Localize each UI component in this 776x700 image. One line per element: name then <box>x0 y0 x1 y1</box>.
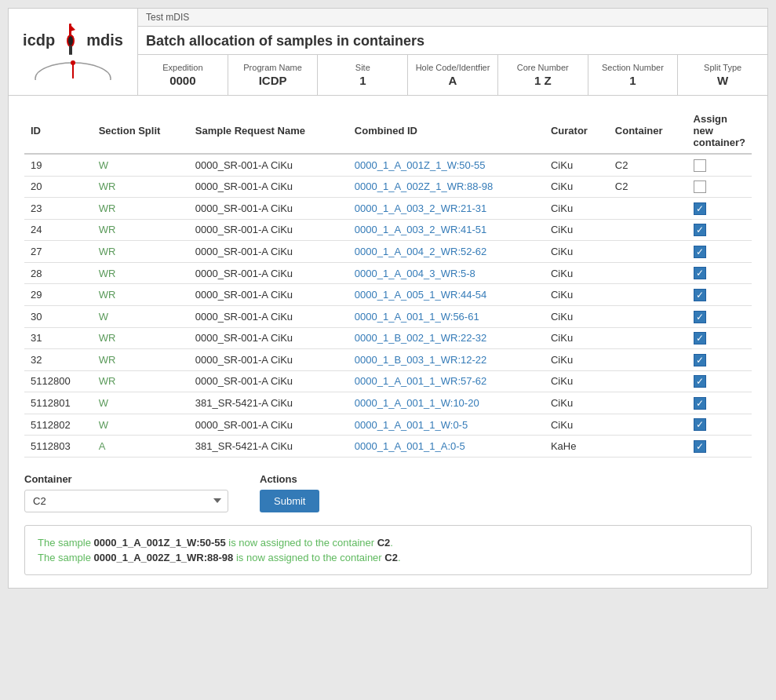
checkbox-checked[interactable]: ✓ <box>694 397 706 410</box>
container-group: Container C2 <box>24 473 228 512</box>
table-header-row: ID Section Split Sample Request Name Com… <box>24 108 752 154</box>
section-cell: Section Number 1 <box>588 55 679 95</box>
cell-combined: 0000_1_B_002_1_WR:22-32 <box>348 327 545 349</box>
program-label: Program Name <box>243 63 302 72</box>
result1-suffix: . <box>390 537 393 549</box>
col-request: Sample Request Name <box>189 108 348 154</box>
cell-curator: CiKu <box>545 154 609 176</box>
core-label: Core Number <box>517 63 569 72</box>
container-select-wrapper: C2 <box>24 490 228 512</box>
cell-combined: 0000_1_A_001_1_W:0-5 <box>348 414 545 436</box>
cell-request: 0000_SR-001-A CiKu <box>189 284 348 306</box>
cell-container <box>609 219 687 241</box>
result2-prefix: The sample <box>38 552 94 563</box>
submit-button[interactable]: Submit <box>260 490 319 512</box>
site-value: 1 <box>359 74 366 87</box>
cell-request: 381_SR-5421-A CiKu <box>189 392 348 414</box>
cell-curator: KaHe <box>545 436 609 458</box>
result2-suffix: . <box>398 552 401 563</box>
cell-assign: ✓ <box>687 305 752 327</box>
cell-combined: 0000_1_A_001Z_1_W:50-55 <box>348 154 545 176</box>
cell-assign: ✓ <box>687 241 752 263</box>
cell-split: W <box>93 414 189 436</box>
cell-split: W <box>93 305 189 327</box>
cell-split: WR <box>93 262 189 284</box>
checkbox-checked[interactable]: ✓ <box>694 267 706 279</box>
cell-combined: 0000_1_A_004_3_WR:5-8 <box>348 262 545 284</box>
checkbox-checked[interactable]: ✓ <box>694 311 706 323</box>
main-panel: icdp mdis <box>8 8 768 589</box>
cell-split: WR <box>93 370 189 392</box>
cell-combined: 0000_1_A_004_2_WR:52-62 <box>348 241 545 263</box>
cell-assign: ✓ <box>687 370 752 392</box>
cell-combined: 0000_1_A_003_2_WR:41-51 <box>348 219 545 241</box>
container-select[interactable]: C2 <box>24 490 228 512</box>
cell-container: C2 <box>609 154 687 176</box>
checkbox-checked[interactable]: ✓ <box>694 418 706 431</box>
expedition-value: 0000 <box>169 74 195 87</box>
checkbox-checked[interactable]: ✓ <box>694 289 706 301</box>
cell-split: WR <box>93 284 189 306</box>
cell-id: 31 <box>24 327 93 349</box>
cell-combined: 0000_1_A_001_1_A:0-5 <box>348 436 545 458</box>
page-title: Batch allocation of samples in container… <box>138 27 767 55</box>
cell-id: 27 <box>24 241 93 263</box>
table-row: 5112800 WR 0000_SR-001-A CiKu 0000_1_A_0… <box>24 370 752 392</box>
table-row: 29 WR 0000_SR-001-A CiKu 0000_1_A_005_1_… <box>24 284 752 306</box>
cell-assign: ✓ <box>687 284 752 306</box>
checkbox-checked[interactable]: ✓ <box>694 375 706 388</box>
table-row: 5112801 W 381_SR-5421-A CiKu 0000_1_A_00… <box>24 392 752 414</box>
table-row: 27 WR 0000_SR-001-A CiKu 0000_1_A_004_2_… <box>24 241 752 263</box>
site-label: Site <box>355 63 370 72</box>
result1-middle: is now assigned to the container <box>226 537 377 549</box>
checkbox-checked[interactable]: ✓ <box>694 202 706 215</box>
cell-curator: CiKu <box>545 414 609 436</box>
cell-assign: ✓ <box>687 392 752 414</box>
cell-split: WR <box>93 349 189 371</box>
result2-id: 0000_1_A_002Z_1_WR:88-98 <box>94 552 234 563</box>
col-split: Section Split <box>93 108 189 154</box>
cell-container <box>609 262 687 284</box>
cell-request: 0000_SR-001-A CiKu <box>189 414 348 436</box>
expedition-label: Expedition <box>162 63 202 72</box>
split-label: Split Type <box>704 63 741 72</box>
checkbox-checked[interactable]: ✓ <box>694 332 706 345</box>
checkbox-unchecked[interactable] <box>694 159 706 172</box>
core-value: 1 Z <box>534 74 552 87</box>
checkbox-checked[interactable]: ✓ <box>694 440 706 453</box>
checkbox-checked[interactable]: ✓ <box>694 224 706 236</box>
svg-point-8 <box>71 60 75 65</box>
cell-request: 381_SR-5421-A CiKu <box>189 436 348 458</box>
cell-curator: CiKu <box>545 305 609 327</box>
section-label: Section Number <box>602 63 664 72</box>
cell-split: WR <box>93 241 189 263</box>
cell-container <box>609 392 687 414</box>
cell-split: W <box>93 392 189 414</box>
samples-table: ID Section Split Sample Request Name Com… <box>24 108 752 458</box>
checkbox-unchecked[interactable] <box>694 180 706 193</box>
checkbox-checked[interactable]: ✓ <box>694 354 706 366</box>
meta-row: Expedition 0000 Program Name ICDP Site 1… <box>138 55 767 95</box>
result-line-2: The sample 0000_1_A_002Z_1_WR:88-98 is n… <box>38 552 738 563</box>
table-row: 31 WR 0000_SR-001-A CiKu 0000_1_B_002_1_… <box>24 327 752 349</box>
cell-curator: CiKu <box>545 284 609 306</box>
cell-request: 0000_SR-001-A CiKu <box>189 219 348 241</box>
result1-container: C2 <box>377 537 391 549</box>
cell-curator: CiKu <box>545 176 609 198</box>
cell-container <box>609 284 687 306</box>
actions-label: Actions <box>260 473 319 485</box>
result2-container: C2 <box>384 552 398 563</box>
hole-cell: Hole Code/Identfier A <box>408 55 498 95</box>
cell-split: A <box>93 436 189 458</box>
table-row: 23 WR 0000_SR-001-A CiKu 0000_1_A_003_2_… <box>24 198 752 220</box>
cell-combined: 0000_1_A_002Z_1_WR:88-98 <box>348 176 545 198</box>
col-combined: Combined ID <box>348 108 545 154</box>
cell-container <box>609 436 687 458</box>
result-box: The sample 0000_1_A_001Z_1_W:50-55 is no… <box>24 525 752 575</box>
cell-id: 30 <box>24 305 93 327</box>
cell-request: 0000_SR-001-A CiKu <box>189 349 348 371</box>
cell-combined: 0000_1_A_001_1_WR:57-62 <box>348 370 545 392</box>
table-row: 5112802 W 0000_SR-001-A CiKu 0000_1_A_00… <box>24 414 752 436</box>
checkbox-checked[interactable]: ✓ <box>694 246 706 258</box>
logo-icdp-text: icdp <box>23 31 55 49</box>
